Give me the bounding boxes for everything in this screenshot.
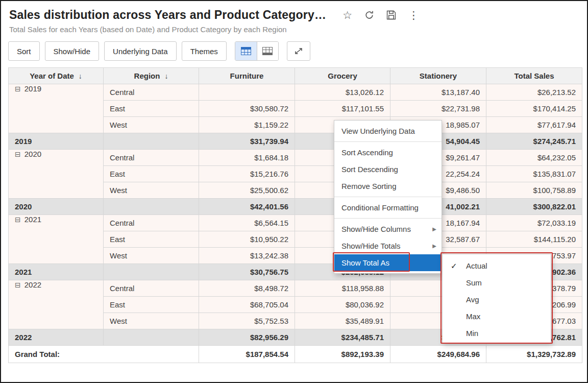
more-options-icon[interactable]: ⋮ (408, 10, 419, 20)
value-cell[interactable]: $117,101.55 (295, 101, 390, 117)
value-cell[interactable]: $22,731.98 (390, 101, 486, 117)
value-cell[interactable]: $13,187.40 (390, 84, 486, 101)
context-menu: View Underlying DataSort AscendingSort D… (334, 120, 442, 274)
menu-item-conditional-formatting[interactable]: Conditional Formatting (334, 199, 442, 216)
value-cell[interactable]: $8,498.72 (199, 280, 295, 297)
value-cell[interactable]: $170,414.25 (486, 101, 582, 117)
collapse-expand-icon[interactable] (287, 41, 310, 61)
menu-separator (334, 141, 442, 142)
value-cell[interactable]: $35,489.91 (295, 313, 390, 329)
themes-button[interactable]: Themes (182, 41, 227, 61)
show-hide-button[interactable]: Show/Hide (45, 41, 100, 61)
col-header-region[interactable]: Region↓ (104, 68, 199, 84)
subtotal-value-cell: $234,485.71 (295, 329, 390, 346)
region-cell[interactable]: East (104, 166, 199, 182)
submenu-item-min[interactable]: Min (443, 325, 551, 342)
menu-item-sort-descending[interactable]: Sort Descending (334, 161, 442, 178)
year-label: 2020 (24, 150, 41, 158)
menu-item-view-underlying-data[interactable]: View Underlying Data (334, 123, 442, 139)
underlying-data-button[interactable]: Underlying Data (104, 41, 177, 61)
col-label: Year of Date (30, 71, 74, 80)
save-icon[interactable] (386, 10, 396, 20)
region-cell[interactable]: Central (104, 84, 199, 101)
region-cell[interactable]: East (104, 231, 199, 248)
value-cell[interactable]: $144,115.20 (486, 231, 582, 248)
collapse-group-icon[interactable]: ⊟ (15, 281, 21, 289)
refresh-icon[interactable] (364, 10, 374, 20)
value-cell[interactable]: $72,033.19 (486, 215, 582, 231)
region-cell[interactable]: West (104, 248, 199, 264)
submenu-item-sum[interactable]: Sum (443, 274, 551, 291)
subtotal-year-cell: 2022 (9, 329, 104, 346)
value-cell[interactable]: $13,026.12 (295, 84, 390, 101)
col-header-total-sales[interactable]: Total Sales (486, 68, 582, 84)
value-cell[interactable]: $6,564.15 (199, 215, 295, 231)
value-cell[interactable]: $25,500.62 (199, 182, 295, 199)
sort-button[interactable]: Sort (8, 41, 40, 61)
value-cell[interactable]: $100,758.89 (486, 182, 582, 199)
page-subtitle: Total Sales for each Years (based on Dat… (1, 25, 587, 34)
region-cell[interactable]: West (104, 313, 199, 329)
pivot-view-icon[interactable] (235, 42, 257, 60)
year-group-cell[interactable]: ⊟2020 (9, 150, 104, 199)
value-cell[interactable]: $64,232.05 (486, 150, 582, 166)
page-title: Sales distribution across Years and Prod… (9, 8, 326, 22)
col-header-furniture[interactable]: Furniture (199, 68, 295, 84)
subtotal-year-cell: 2019 (9, 133, 104, 150)
value-cell[interactable]: $5,752.53 (199, 313, 295, 329)
value-cell[interactable]: $13,242.38 (199, 248, 295, 264)
subtotal-region-cell (104, 199, 199, 215)
year-group-cell[interactable]: ⊟2022 (9, 280, 104, 329)
value-cell[interactable]: $10,950.22 (199, 231, 295, 248)
year-group-cell[interactable]: ⊟2021 (9, 215, 104, 264)
value-cell[interactable]: $1,159.22 (199, 117, 295, 133)
collapse-group-icon[interactable]: ⊟ (15, 216, 21, 224)
region-cell[interactable]: West (104, 117, 199, 133)
value-cell[interactable] (199, 84, 295, 101)
collapse-group-icon[interactable]: ⊟ (15, 85, 21, 93)
submenu-item-actual[interactable]: ✓Actual (443, 257, 551, 274)
subtotal-region-cell (104, 264, 199, 280)
value-cell[interactable]: $135,831.07 (486, 166, 582, 182)
submenu-arrow-icon: ▶ (432, 237, 436, 254)
col-header-stationery[interactable]: Stationery (390, 68, 486, 84)
menu-item-show-hide-totals[interactable]: Show/Hide Totals▶ (334, 237, 442, 254)
menu-item-show-total-as[interactable]: Show Total As (334, 254, 442, 271)
value-cell[interactable]: $77,617.94 (486, 117, 582, 133)
grand-total-value-cell: $1,329,732.89 (486, 346, 582, 363)
year-group-cell[interactable]: ⊟2019 (9, 84, 104, 133)
tabular-view-icon[interactable] (257, 42, 278, 60)
menu-item-show-hide-columns[interactable]: Show/Hide Columns▶ (334, 221, 442, 237)
region-cell[interactable]: Central (104, 215, 199, 231)
submenu-item-avg[interactable]: Avg (443, 291, 551, 308)
sort-descending-icon[interactable]: ↓ (79, 72, 82, 80)
subtotal-value-cell: $300,822.01 (486, 199, 582, 215)
region-cell[interactable]: West (104, 182, 199, 199)
menu-item-sort-ascending[interactable]: Sort Ascending (334, 144, 442, 161)
table-header-row: Year of Date↓ Region↓ Furniture Grocery … (9, 68, 582, 84)
favorite-star-icon[interactable]: ☆ (342, 10, 352, 20)
col-header-year-of-date[interactable]: Year of Date↓ (9, 68, 104, 84)
region-cell[interactable]: Central (104, 280, 199, 297)
region-cell[interactable]: East (104, 297, 199, 313)
region-cell[interactable]: Central (104, 150, 199, 166)
value-cell[interactable]: $80,036.92 (295, 297, 390, 313)
sort-descending-icon[interactable]: ↓ (164, 72, 168, 80)
col-header-grocery[interactable]: Grocery (295, 68, 390, 84)
value-cell[interactable]: $15,216.76 (199, 166, 295, 182)
value-cell[interactable]: $1,684.18 (199, 150, 295, 166)
collapse-group-icon[interactable]: ⊟ (15, 150, 21, 158)
titlebar: Sales distribution across Years and Prod… (1, 1, 587, 22)
grand-total-label: Grand Total: (9, 346, 199, 363)
subtotal-year-cell: 2020 (9, 199, 104, 215)
year-label: 2019 (24, 84, 41, 93)
value-cell[interactable]: $26,213.52 (486, 84, 582, 101)
value-cell[interactable]: $118,958.88 (295, 280, 390, 297)
value-cell[interactable]: $68,705.04 (199, 297, 295, 313)
region-cell[interactable]: East (104, 101, 199, 117)
menu-item-remove-sorting[interactable]: Remove Sorting (334, 178, 442, 195)
subtotal-value-cell: $274,245.71 (486, 133, 582, 150)
grand-total-value-cell: $249,684.96 (390, 346, 486, 363)
submenu-item-max[interactable]: Max (443, 308, 551, 325)
value-cell[interactable]: $30,580.72 (199, 101, 295, 117)
